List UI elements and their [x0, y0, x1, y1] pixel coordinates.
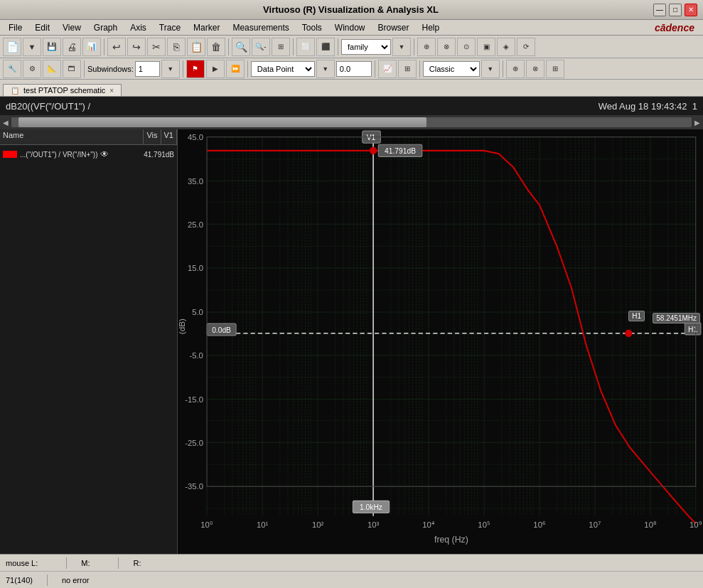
tb-zoom-fit[interactable]: ⊞ [272, 38, 290, 56]
tb2-table[interactable]: ⊞ [398, 60, 417, 78]
tb-sim2[interactable]: ⬛ [316, 38, 335, 56]
tb-icon5[interactable]: ◈ [497, 38, 515, 56]
tb-sim1[interactable]: ⬜ [296, 38, 315, 56]
scrollbar-track[interactable] [11, 117, 692, 127]
tb-redo[interactable]: ↪ [127, 38, 146, 56]
menu-view[interactable]: View [57, 21, 87, 34]
tb2-chart[interactable]: 📈 [378, 60, 397, 78]
classic-select[interactable]: Classic [423, 61, 480, 77]
tb-fam-btn[interactable]: ▼ [392, 38, 411, 56]
tb-icon4[interactable]: ▣ [477, 38, 495, 56]
tb-icon2[interactable]: ⊗ [437, 38, 456, 56]
svg-text:45.0: 45.0 [188, 133, 203, 141]
tb2-flag[interactable]: ⚑ [186, 60, 205, 78]
tb2-extra1[interactable]: ⊕ [506, 60, 525, 78]
tb2-btn4[interactable]: 🗔 [63, 60, 81, 78]
menu-graph[interactable]: Graph [88, 21, 123, 34]
svg-text:-35.0: -35.0 [185, 482, 203, 491]
error-status: no error [62, 576, 90, 584]
minimize-button[interactable]: — [653, 4, 666, 16]
menu-marker[interactable]: Marker [188, 21, 225, 34]
sep2 [228, 38, 229, 55]
window-title: Virtuoso (R) Visualization & Analysis XL [48, 4, 653, 15]
svg-text:V1: V1 [367, 134, 376, 141]
tb-icon6[interactable]: ⟳ [517, 38, 535, 56]
menu-measurements[interactable]: Measurements [227, 21, 294, 34]
status-div2 [118, 557, 119, 569]
svg-text:25.0: 25.0 [188, 220, 203, 228]
h1-freq-label: 58.2451MHz [653, 313, 700, 324]
tb2-run[interactable]: ▶ [206, 60, 225, 78]
tb2-dp-btn[interactable]: ▼ [316, 60, 335, 78]
scrollbar-thumb[interactable] [18, 117, 426, 127]
tb-icon1[interactable]: ⊕ [417, 38, 436, 56]
svg-text:(dB): (dB) [178, 319, 186, 334]
legend-row[interactable]: ...("/OUT1") / VR("/IN+")) 👁 41.791dB [0, 145, 177, 164]
tb-zoom-in[interactable]: 🔍 [232, 38, 250, 56]
tb-undo[interactable]: ↩ [107, 38, 126, 56]
tb-zoom-out[interactable]: 🔍- [252, 38, 270, 56]
sep8 [247, 60, 248, 77]
tb-print[interactable]: 🖨 [63, 38, 81, 56]
svg-text:-25.0: -25.0 [185, 438, 203, 447]
plot-canvas[interactable]: 45.0 35.0 25.0 15.0 5.0 -5.0 -15.0 -25.0… [178, 129, 703, 554]
tb-new[interactable]: 📄 [3, 38, 21, 56]
legend-eye-icon[interactable]: 👁 [100, 149, 109, 159]
scrollbar-area: ◀ ▶ [0, 115, 703, 129]
cadence-logo: cādence [655, 22, 700, 33]
legend-entry-name: ...("/OUT1") / VR("/IN+")) 👁 [3, 149, 132, 159]
svg-text:-5.0: -5.0 [189, 351, 203, 360]
toolbar-1: 📄 ▼ 💾 🖨 📊 ↩ ↪ ✂ ⎘ 📋 🗑 🔍 🔍- ⊞ ⬜ ⬛ family … [0, 36, 703, 58]
menu-file[interactable]: File [3, 21, 28, 34]
svg-text:H1: H1 [688, 325, 697, 333]
family-select[interactable]: family [341, 39, 391, 55]
menu-trace[interactable]: Trace [154, 21, 186, 34]
legend-panel: Name Vis V1 ...("/OUT1") / VR("/IN+")) 👁… [0, 129, 178, 554]
menu-bar: File Edit View Graph Axis Trace Marker M… [0, 20, 703, 36]
sep5 [414, 38, 414, 55]
menu-edit[interactable]: Edit [29, 21, 55, 34]
tb2-btn1[interactable]: 🔧 [3, 60, 21, 78]
tb2-classic-btn[interactable]: ▼ [481, 60, 500, 78]
menu-axis[interactable]: Axis [124, 21, 152, 34]
plot-header: dB20((VF("/OUT1") / Wed Aug 18 19:43:42 … [0, 97, 703, 115]
close-button[interactable]: ✕ [685, 4, 697, 16]
scroll-left[interactable]: ◀ [3, 119, 9, 127]
tb-paste[interactable]: 📋 [187, 38, 205, 56]
svg-text:10⁵: 10⁵ [478, 520, 490, 528]
sep1 [104, 38, 104, 55]
tb-del[interactable]: 🗑 [207, 38, 225, 56]
tb2-btn3[interactable]: 📐 [43, 60, 61, 78]
svg-text:freq (Hz): freq (Hz) [434, 535, 468, 545]
h1-dot [625, 329, 632, 337]
sep11 [503, 60, 503, 77]
menu-tools[interactable]: Tools [296, 21, 328, 34]
svg-text:10⁴: 10⁴ [422, 520, 434, 528]
legend-entry-text: ...("/OUT1") / VR("/IN+")) [20, 151, 97, 159]
datapoint-value[interactable] [336, 61, 372, 77]
tb2-btn2[interactable]: ⚙ [23, 60, 41, 78]
mouse-l-label: mouse L: [6, 559, 38, 567]
tab-close-btn[interactable]: × [109, 87, 114, 95]
tb2-stop[interactable]: ⏩ [226, 60, 245, 78]
tb-open[interactable]: ▼ [23, 38, 41, 56]
tb-copy[interactable]: ⎘ [167, 38, 186, 56]
menu-browser[interactable]: Browser [372, 21, 415, 34]
tb-icon3[interactable]: ⊙ [457, 38, 476, 56]
maximize-button[interactable]: □ [669, 4, 682, 16]
menu-help[interactable]: Help [417, 21, 446, 34]
tab-ptatop[interactable]: 📋 test PTATOP schematic × [3, 84, 122, 96]
menu-window[interactable]: Window [329, 21, 371, 34]
legend-col-v1: V1 [161, 129, 177, 144]
legend-col-name: Name [0, 129, 144, 144]
tb2-subwin-btn[interactable]: ▼ [161, 60, 180, 78]
subwindows-input[interactable] [135, 61, 160, 77]
scroll-right[interactable]: ▶ [694, 119, 700, 127]
datapoint-select[interactable]: Data Point [251, 61, 315, 77]
subwindows-label: Subwindows: [87, 65, 134, 73]
tb-plot[interactable]: 📊 [82, 38, 101, 56]
tb2-extra3[interactable]: ⊞ [546, 60, 564, 78]
tb2-extra2[interactable]: ⊗ [526, 60, 544, 78]
tb-cut[interactable]: ✂ [147, 38, 166, 56]
tb-save[interactable]: 💾 [43, 38, 61, 56]
